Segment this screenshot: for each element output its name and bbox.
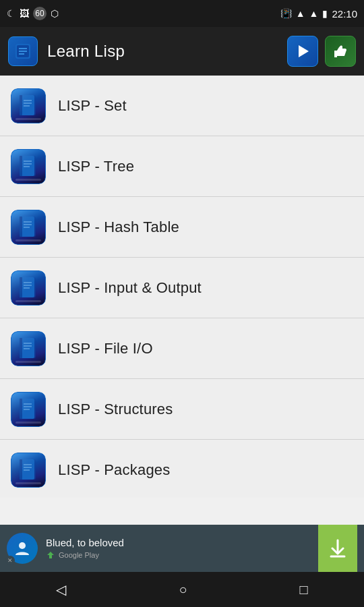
vibrate-icon: 📳: [280, 8, 292, 19]
svg-rect-31: [20, 338, 34, 358]
recents-button[interactable]: □: [283, 577, 324, 603]
svg-rect-32: [20, 338, 22, 358]
svg-rect-25: [20, 277, 34, 297]
svg-rect-26: [20, 277, 22, 297]
google-play-label: Google Play: [59, 551, 99, 559]
item-label: LISP - Hash Table: [58, 219, 179, 236]
list-container: LISP - Set LISP - Tree: [0, 76, 364, 498]
item-book-icon: [11, 210, 46, 245]
svg-marker-5: [299, 45, 309, 57]
play-store-button[interactable]: [287, 36, 318, 67]
app-logo-icon: [8, 36, 38, 66]
app-bar-left: Learn Lisp: [8, 36, 125, 66]
item-label: LISP - Tree: [58, 158, 134, 175]
back-button[interactable]: ◁: [40, 576, 82, 603]
ad-title: Blued, to beloved: [46, 537, 310, 548]
wifi-icon: ▲: [296, 8, 305, 19]
svg-rect-6: [21, 95, 36, 115]
app-bar: Learn Lisp: [0, 27, 364, 76]
item-label: LISP - File I/O: [58, 340, 153, 357]
like-button[interactable]: [325, 36, 356, 67]
svg-rect-7: [20, 95, 34, 115]
list-item[interactable]: LISP - Tree: [0, 136, 364, 197]
list-item[interactable]: LISP - Structures: [0, 379, 364, 440]
svg-marker-61: [47, 552, 54, 558]
nav-bar: ◁ ○ □: [0, 572, 364, 607]
ad-banner: Blued, to beloved Google Play: [0, 525, 364, 572]
ad-subtitle: Google Play: [46, 550, 310, 560]
app-title: Learn Lisp: [47, 42, 125, 61]
notification-icon: ☾: [7, 8, 16, 19]
item-book-icon: [11, 453, 46, 488]
svg-rect-19: [20, 216, 34, 237]
home-button[interactable]: ○: [162, 577, 203, 603]
svg-point-60: [19, 542, 26, 549]
ad-app-icon: [7, 533, 38, 564]
status-bar-left: ☾ 🖼 60 ⬡: [7, 7, 59, 20]
list-item[interactable]: LISP - File I/O: [0, 318, 364, 379]
battery-icon: ▮: [322, 8, 328, 19]
svg-rect-24: [21, 277, 36, 297]
image-icon: 🖼: [20, 8, 29, 19]
status-bar-right: 📳 ▲ ▲ ▮ 22:10: [280, 8, 357, 20]
svg-rect-20: [20, 216, 22, 237]
svg-rect-8: [20, 95, 22, 115]
item-label: LISP - Packages: [58, 461, 170, 479]
svg-rect-36: [21, 399, 36, 419]
svg-rect-43: [20, 459, 34, 480]
ad-download-button[interactable]: [318, 525, 357, 572]
status-bar: ☾ 🖼 60 ⬡ 📳 ▲ ▲ ▮ 22:10: [0, 0, 364, 27]
svg-rect-37: [20, 399, 34, 419]
svg-rect-18: [21, 216, 36, 237]
item-label: LISP - Input & Output: [58, 279, 202, 297]
item-book-icon: [11, 392, 46, 427]
list-item[interactable]: LISP - Set: [0, 76, 364, 136]
android-icon: ⬡: [51, 8, 59, 19]
item-label: LISP - Structures: [58, 401, 173, 418]
app-bar-right: [287, 36, 356, 67]
list-item[interactable]: LISP - Input & Output: [0, 258, 364, 318]
status-time: 22:10: [332, 8, 357, 20]
svg-rect-14: [20, 156, 22, 176]
item-book-icon: [11, 149, 46, 184]
svg-rect-42: [21, 459, 36, 480]
signal-icon: ▲: [309, 8, 319, 19]
svg-rect-30: [21, 338, 36, 358]
item-book-icon: [11, 88, 46, 123]
item-label: LISP - Set: [58, 97, 127, 115]
list-item[interactable]: LISP - Hash Table: [0, 197, 364, 258]
item-book-icon: [11, 270, 46, 306]
item-book-icon: [11, 331, 46, 366]
list-item[interactable]: LISP - Packages: [0, 440, 364, 498]
ad-text-area: Blued, to beloved Google Play: [46, 537, 310, 560]
svg-rect-44: [20, 459, 22, 480]
badge-icon: 60: [33, 7, 47, 20]
svg-rect-38: [20, 399, 22, 419]
svg-rect-13: [20, 156, 34, 176]
svg-rect-12: [21, 156, 36, 176]
